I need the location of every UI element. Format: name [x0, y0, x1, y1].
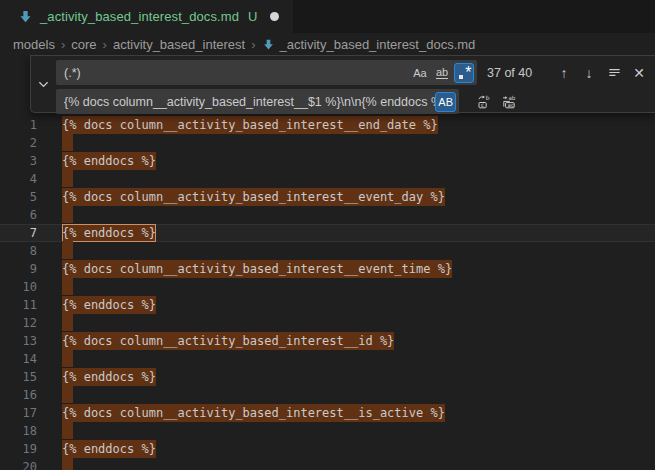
replace-value: {% docs column__activity_based_interest_… — [64, 95, 435, 109]
find-match-empty — [62, 421, 73, 439]
whole-word-button[interactable]: ab — [432, 63, 452, 83]
line-number: 11 — [0, 298, 37, 312]
line-number: 15 — [0, 370, 37, 384]
chevron-right-icon: › — [251, 37, 255, 52]
code-line[interactable]: 1 {% docs column__activity_based_interes… — [0, 116, 655, 134]
breadcrumb-file-label: _activity_based_interest_docs.md — [280, 37, 476, 52]
tab-activity-based-interest-docs[interactable]: _activity_based_interest_docs.md U — [0, 0, 293, 33]
find-match-empty — [62, 385, 73, 403]
chevron-right-icon: › — [103, 37, 107, 52]
find-match: {% enddocs %} — [62, 440, 156, 458]
find-match: {% docs column__activity_based_interest_… — [62, 332, 394, 350]
code-line[interactable]: 8 — [0, 242, 655, 260]
line-number: 19 — [0, 442, 37, 456]
arrow-down-icon: ↓ — [586, 65, 593, 81]
svg-text:c: c — [481, 100, 484, 107]
find-in-selection-button[interactable] — [603, 62, 625, 84]
find-match-empty — [62, 457, 73, 470]
find-match: {% docs column__activity_based_interest_… — [62, 188, 445, 206]
breadcrumb: models › core › activity_based_interest … — [0, 33, 655, 55]
arrow-up-icon: ↑ — [561, 65, 568, 81]
find-match-empty — [62, 277, 73, 295]
line-number: 14 — [0, 352, 37, 366]
previous-match-button[interactable]: ↑ — [553, 62, 575, 84]
chevron-right-icon: › — [61, 37, 65, 52]
markdown-file-icon — [18, 9, 33, 24]
whole-word-icon: ab — [436, 67, 448, 79]
code-line[interactable]: 17 {% docs column__activity_based_intere… — [0, 404, 655, 422]
find-match-empty — [62, 205, 73, 223]
current-find-match: {% enddocs %} — [62, 224, 156, 242]
toggle-replace-button[interactable] — [31, 56, 56, 112]
line-number: 5 — [0, 190, 37, 204]
code-line[interactable]: 10 — [0, 278, 655, 296]
code-line[interactable]: 16 — [0, 386, 655, 404]
find-match-empty — [62, 313, 73, 331]
find-query: (.*) — [64, 66, 410, 80]
code-area[interactable]: 1 {% docs column__activity_based_interes… — [0, 55, 655, 470]
git-status-badge: U — [248, 9, 257, 24]
svg-text:ab: ab — [508, 95, 515, 101]
line-number: 8 — [0, 244, 37, 258]
code-line[interactable]: 3 {% enddocs %} — [0, 152, 655, 170]
svg-text:b: b — [486, 94, 490, 101]
replace-input[interactable]: {% docs column__activity_based_interest_… — [56, 89, 459, 114]
find-input[interactable]: (.*) Aa ab — [56, 60, 477, 85]
code-line[interactable]: 20 — [0, 458, 655, 470]
vscode-window: _activity_based_interest_docs.md U model… — [0, 0, 655, 470]
replace-all-button[interactable]: ab ac — [498, 91, 520, 113]
modified-dot-icon[interactable] — [270, 12, 279, 21]
code-line[interactable]: 11 {% enddocs %} — [0, 296, 655, 314]
code-line[interactable]: 2 — [0, 134, 655, 152]
close-find-widget-button[interactable]: ✕ — [628, 62, 650, 84]
tab-bar: _activity_based_interest_docs.md U — [0, 0, 655, 33]
match-case-button[interactable]: Aa — [410, 63, 430, 83]
preserve-case-icon: AB — [438, 96, 453, 108]
replace-row: {% docs column__activity_based_interest_… — [56, 89, 650, 114]
line-number: 10 — [0, 280, 37, 294]
breadcrumb-item-file[interactable]: _activity_based_interest_docs.md — [262, 37, 476, 52]
line-number: 12 — [0, 316, 37, 330]
tab-label: _activity_based_interest_docs.md — [40, 9, 239, 24]
regex-button[interactable] — [454, 63, 474, 83]
match-count: 37 of 40 — [487, 66, 539, 80]
code-line[interactable]: 12 — [0, 314, 655, 332]
line-number: 20 — [0, 460, 37, 470]
find-match: {% enddocs %} — [62, 296, 156, 314]
breadcrumb-item-models[interactable]: models — [13, 37, 55, 52]
line-number: 13 — [0, 334, 37, 348]
code-line[interactable]: 14 — [0, 350, 655, 368]
line-number: 6 — [0, 208, 37, 222]
line-number: 16 — [0, 388, 37, 402]
code-line[interactable]: 18 — [0, 422, 655, 440]
breadcrumb-item-activity-based-interest[interactable]: activity_based_interest — [113, 37, 245, 52]
code-line[interactable]: 19 {% enddocs %} — [0, 440, 655, 458]
close-icon: ✕ — [633, 65, 645, 81]
line-number: 18 — [0, 424, 37, 438]
code-line[interactable]: 15 {% enddocs %} — [0, 368, 655, 386]
line-number: 17 — [0, 406, 37, 420]
line-number: 9 — [0, 262, 37, 276]
code-line[interactable]: 9 {% docs column__activity_based_interes… — [0, 260, 655, 278]
find-widget: (.*) Aa ab 37 — [30, 55, 655, 113]
editor-pane[interactable]: (.*) Aa ab 37 — [0, 55, 655, 470]
code-line[interactable]: 4 — [0, 170, 655, 188]
code-line[interactable]: 13 {% docs column__activity_based_intere… — [0, 332, 655, 350]
selection-icon — [607, 65, 622, 80]
code-line-current[interactable]: 7 {% enddocs %} — [0, 224, 655, 242]
line-number: 1 — [0, 118, 37, 132]
find-match: {% docs column__activity_based_interest_… — [62, 404, 445, 422]
replace-all-icon: ab ac — [501, 94, 517, 110]
match-case-icon: Aa — [413, 67, 426, 79]
replace-button[interactable]: b c — [473, 91, 495, 113]
line-number: 3 — [0, 154, 37, 168]
find-match: {% docs column__activity_based_interest_… — [62, 116, 438, 134]
find-match-empty — [62, 349, 73, 367]
code-line[interactable]: 5 {% docs column__activity_based_interes… — [0, 188, 655, 206]
regex-icon — [458, 66, 471, 80]
next-match-button[interactable]: ↓ — [578, 62, 600, 84]
chevron-down-icon — [38, 79, 49, 90]
preserve-case-button[interactable]: AB — [435, 92, 456, 112]
code-line[interactable]: 6 — [0, 206, 655, 224]
breadcrumb-item-core[interactable]: core — [71, 37, 96, 52]
